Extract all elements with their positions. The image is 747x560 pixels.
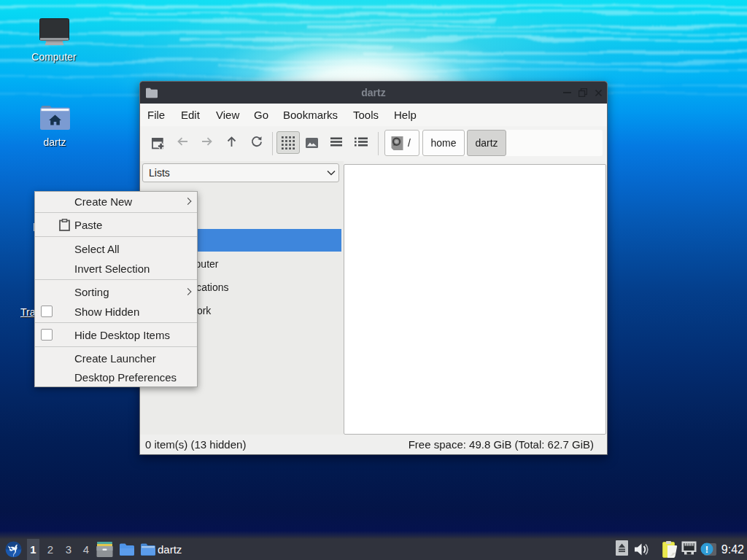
- svg-text:!: !: [705, 544, 708, 555]
